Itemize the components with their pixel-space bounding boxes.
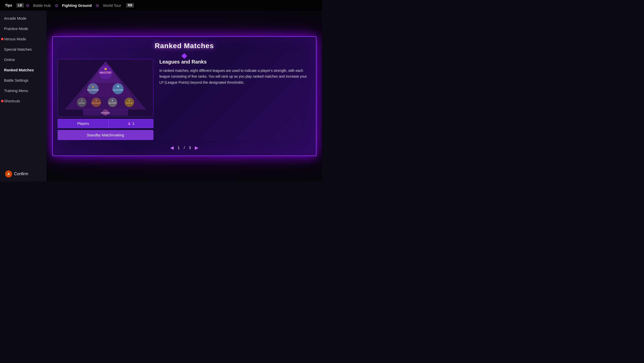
modal-body: 👑 MASTER 🏅 PLATINUM 💎 DIAMOND ⚙ (58, 59, 311, 140)
ranks-pyramid-svg: 👑 MASTER 🏅 PLATINUM 💎 DIAMOND ⚙ (58, 59, 153, 117)
tab-battle-hub[interactable]: Battle Hub (33, 3, 51, 8)
info-panel: Leagues and Ranks In ranked matches, eig… (159, 59, 311, 140)
svg-text:MASTER: MASTER (100, 71, 111, 74)
lb-button[interactable]: LB (16, 3, 24, 8)
modal-panel: Ranked Matches (52, 36, 316, 156)
tips-bar: Tips LB ⊙ Battle Hub ⊙ Fighting Ground ⊙… (0, 0, 322, 11)
shortcuts-dot (1, 100, 4, 102)
pagination: ◀ 1 / 3 ▶ (58, 145, 311, 150)
next-page-arrow[interactable]: ▶ (195, 145, 198, 150)
page-separator: / (184, 145, 185, 150)
svg-text:🥈: 🥈 (111, 99, 114, 101)
title-diamond-decoration (182, 53, 187, 59)
tab-fighting-ground[interactable]: Fighting Ground (62, 3, 92, 8)
svg-text:GOLD: GOLD (126, 102, 133, 104)
players-row: Players ♟ 1 (58, 119, 153, 128)
svg-text:👑: 👑 (104, 67, 107, 70)
sidebar-item-practice-mode[interactable]: Practice Mode (0, 23, 47, 34)
info-title: Leagues and Ranks (159, 59, 311, 65)
sidebar-item-arcade-mode[interactable]: Arcade Mode (0, 13, 47, 23)
versus-mode-dot (1, 38, 4, 40)
sidebar-label-shortcuts: Shortcuts (4, 99, 20, 103)
rb-button[interactable]: RB (126, 3, 134, 8)
confirm-label: Confirm (14, 172, 28, 176)
svg-text:BRONZE: BRONZE (91, 102, 101, 104)
sidebar-label-practice-mode: Practice Mode (4, 26, 28, 31)
page-total: 3 (189, 145, 191, 150)
confirm-a-button[interactable]: A (5, 170, 12, 177)
svg-text:SILVER: SILVER (109, 102, 117, 104)
svg-text:PLATINUM: PLATINUM (87, 88, 99, 91)
standby-matchmaking-button[interactable]: Standby Matchmaking (58, 130, 153, 140)
main-content: Ranked Matches (47, 11, 322, 182)
sidebar-label-ranked-matches: Ranked Matches (4, 68, 34, 72)
pyramid-panel: 👑 MASTER 🏅 PLATINUM 💎 DIAMOND ⚙ (58, 59, 153, 140)
sidebar-label-training-menu: Training Menu (4, 88, 28, 93)
svg-text:DIAMOND: DIAMOND (113, 88, 123, 91)
tab-world-tour[interactable]: World Tour (103, 3, 121, 8)
nav-circle-icon-1: ⊙ (26, 3, 29, 8)
sidebar-item-battle-settings[interactable]: Battle Settings (0, 75, 47, 85)
sidebar-item-special-matches[interactable]: Special Matches (0, 44, 47, 54)
nav-circle-icon-3: ⊙ (96, 3, 99, 8)
sidebar-item-versus-mode[interactable]: Versus Mode (0, 34, 47, 44)
sidebar-label-online: Online (4, 57, 15, 62)
bottom-bar: A Confirm (5, 170, 28, 177)
sidebar-label-battle-settings: Battle Settings (4, 78, 28, 82)
svg-text:💎: 💎 (117, 85, 119, 88)
sidebar-item-shortcuts[interactable]: Shortcuts (0, 96, 47, 106)
svg-text:🏅: 🏅 (92, 85, 94, 88)
sidebar-label-special-matches: Special Matches (4, 47, 32, 51)
sidebar-label-arcade-mode: Arcade Mode (4, 16, 26, 20)
sidebar-item-training-menu[interactable]: Training Menu (0, 85, 47, 96)
modal-title: Ranked Matches (58, 42, 311, 50)
players-value: ♟ 1 (109, 121, 153, 126)
sidebar-item-ranked-matches[interactable]: Ranked Matches (0, 65, 47, 75)
sidebar-label-versus-mode: Versus Mode (4, 37, 26, 41)
svg-text:🥉: 🥉 (95, 99, 97, 101)
players-label: Players (58, 119, 109, 128)
player-icon: ♟ (127, 121, 131, 126)
svg-text:🥇: 🥇 (128, 99, 130, 101)
prev-page-arrow[interactable]: ◀ (170, 145, 174, 150)
svg-text:IRON: IRON (79, 102, 84, 104)
nav-circle-icon-2: ⊙ (55, 3, 58, 8)
nav-tabs: LB ⊙ Battle Hub ⊙ Fighting Ground ⊙ Worl… (16, 3, 317, 8)
tips-label: Tips (5, 3, 12, 7)
players-count: 1 (132, 122, 134, 126)
page-current: 1 (178, 145, 180, 150)
pyramid-image: 👑 MASTER 🏅 PLATINUM 💎 DIAMOND ⚙ (58, 59, 153, 117)
sidebar: Arcade Mode Practice Mode Versus Mode Sp… (0, 11, 47, 182)
svg-text:⚙: ⚙ (81, 99, 83, 101)
info-text: In ranked matches, eight different leagu… (159, 68, 311, 86)
svg-text:ROOKIE: ROOKIE (101, 112, 110, 114)
sidebar-item-online[interactable]: Online (0, 54, 47, 65)
